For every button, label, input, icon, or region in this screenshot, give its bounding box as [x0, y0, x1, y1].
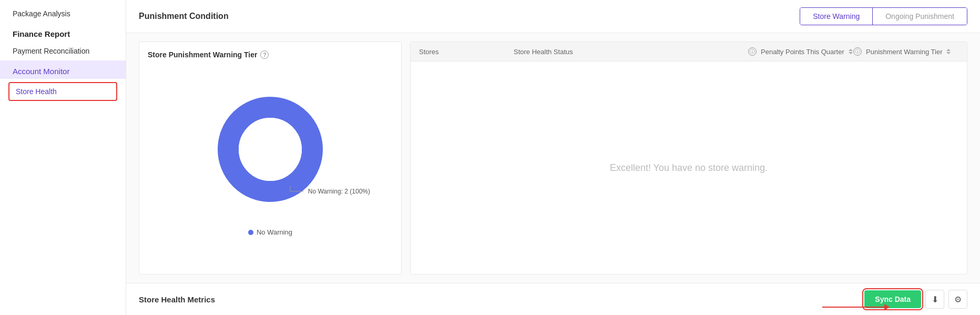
info-icon[interactable]: ? [260, 50, 269, 59]
sidebar-section-finance-report: Finance Report [0, 23, 126, 42]
th-stores: Stores [419, 47, 514, 56]
left-panel-title: Store Punishment Warning Tier ? [148, 50, 393, 59]
tab-store-warning[interactable]: Store Warning [800, 8, 873, 25]
sidebar-section-account-monitor[interactable]: Account Monitor [0, 60, 126, 79]
download-icon: ⬇ [932, 294, 938, 304]
svg-point-1 [239, 118, 302, 181]
legend-dot [248, 230, 253, 235]
bottom-title: Store Health Metrics [139, 295, 215, 304]
content-area: Store Punishment Warning Tier ? [126, 33, 980, 283]
donut-chart: No Warning: 2 (100%) [218, 97, 323, 202]
gear-icon: ⚙ [954, 294, 962, 304]
donut-label: No Warning: 2 (100%) [308, 188, 370, 195]
tab-ongoing-punishment[interactable]: Ongoing Punishment [873, 8, 967, 25]
info-icon-penalty: ⓘ [748, 47, 757, 56]
table-empty-message: Excellent! You have no store warning. [411, 62, 967, 274]
top-bar: Punishment Condition Store Warning Ongoi… [126, 0, 980, 33]
sidebar: Package Analysis Finance Report Payment … [0, 0, 126, 315]
download-button[interactable]: ⬇ [925, 290, 944, 309]
sidebar-item-package-analysis[interactable]: Package Analysis [0, 4, 126, 23]
right-panel: Stores Store Health Status ⓘ Penalty Poi… [410, 42, 967, 275]
donut-wrapper: No Warning: 2 (100%) No Warning [148, 67, 393, 266]
main-content: Punishment Condition Store Warning Ongoi… [126, 0, 980, 315]
th-punishment-warning-tier: ⓘ Punishment Warning Tier [853, 47, 958, 56]
sidebar-item-store-health[interactable]: Store Health [8, 82, 117, 101]
th-store-health-status: Store Health Status [514, 47, 748, 56]
legend-label: No Warning [257, 228, 292, 236]
sync-data-button[interactable]: Sync Data [864, 290, 921, 308]
bottom-actions: Sync Data ⬇ ⚙ [864, 290, 967, 309]
th-penalty-points: ⓘ Penalty Points This Quarter [748, 47, 853, 56]
settings-button[interactable]: ⚙ [948, 290, 967, 309]
punishment-condition-title: Punishment Condition [139, 12, 229, 21]
sidebar-item-payment-reconciliation[interactable]: Payment Reconciliation [0, 42, 126, 60]
left-panel: Store Punishment Warning Tier ? [139, 42, 402, 275]
tab-group: Store Warning Ongoing Punishment [800, 7, 967, 25]
donut-legend: No Warning [248, 228, 292, 236]
info-icon-punishment: ⓘ [853, 47, 862, 56]
bottom-bar-wrapper: Store Health Metrics Sync Data ⬇ ⚙ [126, 283, 980, 315]
table-header: Stores Store Health Status ⓘ Penalty Poi… [411, 42, 967, 62]
sort-icon-penalty[interactable] [849, 49, 853, 54]
bottom-bar: Store Health Metrics Sync Data ⬇ ⚙ [126, 283, 980, 315]
sort-icon-punishment[interactable] [946, 49, 951, 54]
